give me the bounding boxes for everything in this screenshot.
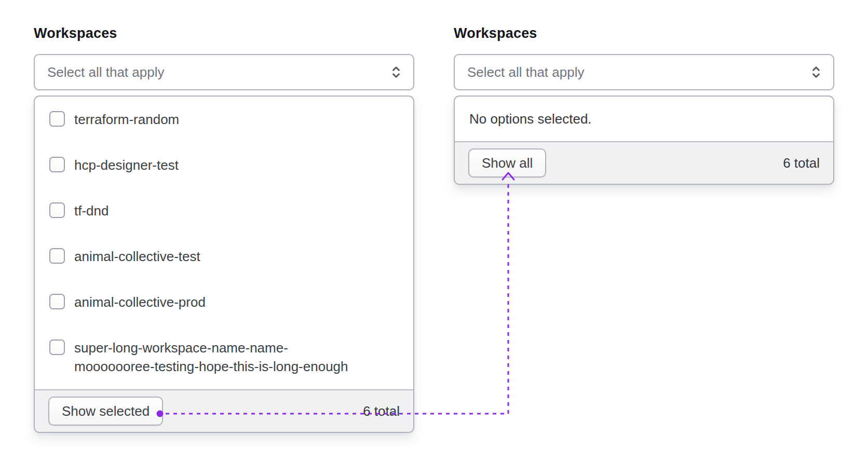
option-checkbox[interactable] — [49, 202, 65, 218]
option-checkbox[interactable] — [49, 248, 65, 264]
caret-sort-icon — [389, 64, 403, 80]
total-count: 6 total — [363, 403, 400, 419]
option-row[interactable]: tf-dnd — [35, 188, 413, 234]
show-selected-button[interactable]: Show selected — [48, 397, 163, 426]
option-checkbox[interactable] — [49, 111, 65, 127]
options-dropdown-panel: terraform-random hcp-designer-test tf-dn… — [34, 96, 414, 433]
workspaces-multiselect-empty: Workspaces Select all that apply No opti… — [454, 26, 834, 185]
option-label: hcp-designer-test — [74, 156, 179, 174]
caret-sort-icon — [809, 64, 823, 80]
option-row[interactable]: super-long-workspace-name-name- moooooor… — [35, 325, 413, 389]
select-placeholder: Select all that apply — [47, 64, 164, 80]
option-checkbox[interactable] — [49, 157, 65, 172]
panel-footer: Show all 6 total — [455, 141, 833, 184]
empty-state-message: No options selected. — [455, 97, 833, 141]
field-label: Workspaces — [454, 26, 834, 40]
panel-footer: Show selected 6 total — [35, 389, 413, 432]
option-label: animal-collective-test — [74, 247, 200, 266]
option-row[interactable]: animal-collective-test — [35, 234, 413, 279]
total-count: 6 total — [783, 155, 820, 171]
option-label: tf-dnd — [74, 201, 109, 220]
option-label: super-long-workspace-name-name- moooooor… — [74, 338, 348, 376]
select-placeholder: Select all that apply — [467, 64, 584, 80]
option-row[interactable]: animal-collective-prod — [35, 279, 413, 325]
options-list: terraform-random hcp-designer-test tf-dn… — [35, 97, 413, 389]
selected-options-panel: No options selected. Show all 6 total — [454, 96, 834, 185]
option-row[interactable]: hcp-designer-test — [35, 142, 413, 188]
option-label: terraform-random — [74, 110, 179, 129]
workspaces-multiselect-open: Workspaces Select all that apply terrafo… — [34, 26, 414, 433]
option-checkbox[interactable] — [49, 339, 65, 355]
option-row[interactable]: terraform-random — [35, 97, 413, 142]
show-all-button[interactable]: Show all — [468, 148, 546, 178]
field-label: Workspaces — [34, 26, 414, 40]
workspaces-select-trigger[interactable]: Select all that apply — [34, 54, 414, 90]
option-checkbox[interactable] — [49, 294, 65, 309]
workspaces-select-trigger[interactable]: Select all that apply — [454, 54, 834, 90]
option-label: animal-collective-prod — [74, 293, 206, 311]
